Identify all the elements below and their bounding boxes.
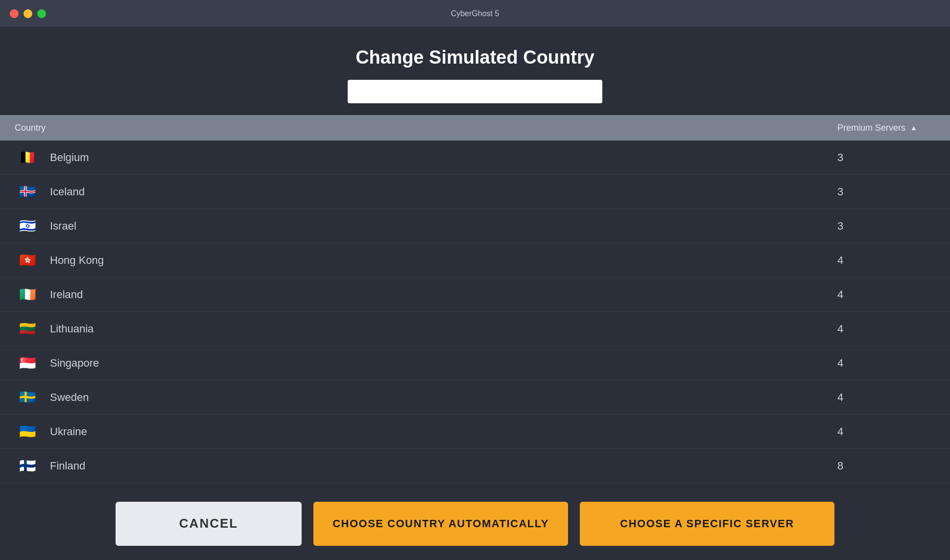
country-cell: 🇮🇸 Iceland — [15, 183, 837, 201]
window-controls — [10, 9, 46, 18]
servers-cell: 8 — [837, 460, 935, 472]
country-cell: 🇭🇺 Hungary — [15, 487, 837, 487]
country-cell: 🇮🇪 Ireland — [15, 286, 837, 303]
cancel-button[interactable]: CANCEL — [116, 502, 302, 546]
servers-cell: 3 — [837, 220, 935, 233]
flag-icon: 🇮🇸 — [15, 183, 40, 201]
window-title: CyberGhost 5 — [451, 9, 499, 18]
servers-cell: 3 — [837, 186, 935, 198]
table-row[interactable]: 🇮🇪 Ireland 4 — [0, 278, 950, 312]
flag-icon: 🇭🇰 — [15, 252, 40, 269]
country-cell: 🇱🇹 Lithuania — [15, 320, 837, 338]
country-cell: 🇸🇪 Sweden — [15, 389, 837, 406]
table-row[interactable]: 🇺🇦 Ukraine 4 — [0, 415, 950, 449]
country-cell: 🇧🇪 Belgium — [15, 149, 837, 166]
country-name: Hong Kong — [50, 254, 104, 267]
country-name: Israel — [50, 220, 76, 233]
table-row[interactable]: 🇭🇰 Hong Kong 4 — [0, 243, 950, 278]
heading-area: Change Simulated Country — [0, 27, 950, 115]
table-row[interactable]: 🇸🇬 Singapore 4 — [0, 346, 950, 380]
servers-cell: 4 — [837, 323, 935, 335]
table-row[interactable]: 🇭🇺 Hungary 8 — [0, 483, 950, 487]
column-header-country: Country — [15, 123, 837, 133]
country-name: Ireland — [50, 288, 83, 301]
servers-cell: 4 — [837, 391, 935, 404]
close-button[interactable] — [10, 9, 19, 18]
flag-icon: 🇭🇺 — [15, 487, 40, 487]
flag-icon: 🇺🇦 — [15, 423, 40, 441]
flag-icon: 🇱🇹 — [15, 320, 40, 338]
country-name: Belgium — [50, 151, 89, 164]
table-body[interactable]: 🇧🇪 Belgium 3 🇮🇸 Iceland 3 🇮🇱 Israel 3 🇭🇰… — [0, 140, 950, 487]
table-row[interactable]: 🇧🇪 Belgium 3 — [0, 140, 950, 175]
table-row[interactable]: 🇸🇪 Sweden 4 — [0, 380, 950, 415]
country-name: Singapore — [50, 357, 99, 370]
country-cell: 🇫🇮 Finland — [15, 457, 837, 475]
country-name: Lithuania — [50, 323, 94, 335]
servers-cell: 3 — [837, 151, 935, 164]
titlebar: CyberGhost 5 — [0, 0, 950, 27]
country-cell: 🇺🇦 Ukraine — [15, 423, 837, 441]
country-cell: 🇮🇱 Israel — [15, 217, 837, 235]
country-name: Ukraine — [50, 425, 87, 438]
servers-cell: 4 — [837, 357, 935, 370]
servers-cell: 4 — [837, 425, 935, 438]
flag-icon: 🇫🇮 — [15, 457, 40, 475]
column-header-servers[interactable]: Premium Servers ▲ — [837, 123, 935, 133]
page-title: Change Simulated Country — [356, 47, 594, 68]
country-cell: 🇭🇰 Hong Kong — [15, 252, 837, 269]
sort-arrow-icon: ▲ — [910, 124, 917, 132]
table-row[interactable]: 🇱🇹 Lithuania 4 — [0, 312, 950, 346]
table-row[interactable]: 🇮🇸 Iceland 3 — [0, 175, 950, 209]
search-input[interactable] — [348, 80, 602, 103]
maximize-button[interactable] — [37, 9, 46, 18]
flag-icon: 🇸🇬 — [15, 354, 40, 372]
choose-specific-button[interactable]: CHOOSE A SPECIFIC SERVER — [580, 502, 834, 546]
country-cell: 🇸🇬 Singapore — [15, 354, 837, 372]
flag-icon: 🇸🇪 — [15, 389, 40, 406]
flag-icon: 🇮🇱 — [15, 217, 40, 235]
servers-cell: 4 — [837, 288, 935, 301]
country-name: Iceland — [50, 186, 85, 198]
bottom-bar: CANCEL CHOOSE COUNTRY AUTOMATICALLY CHOO… — [0, 487, 950, 560]
table-row[interactable]: 🇮🇱 Israel 3 — [0, 209, 950, 243]
minimize-button[interactable] — [24, 9, 32, 18]
choose-auto-button[interactable]: CHOOSE COUNTRY AUTOMATICALLY — [313, 502, 568, 546]
table-header: Country Premium Servers ▲ — [0, 115, 950, 140]
main-content: Change Simulated Country Country Premium… — [0, 27, 950, 487]
table-row[interactable]: 🇫🇮 Finland 8 — [0, 449, 950, 483]
flag-icon: 🇮🇪 — [15, 286, 40, 303]
country-name: Finland — [50, 460, 85, 472]
flag-icon: 🇧🇪 — [15, 149, 40, 166]
country-table: Country Premium Servers ▲ 🇧🇪 Belgium 3 🇮… — [0, 115, 950, 487]
servers-cell: 4 — [837, 254, 935, 267]
country-name: Sweden — [50, 391, 89, 404]
